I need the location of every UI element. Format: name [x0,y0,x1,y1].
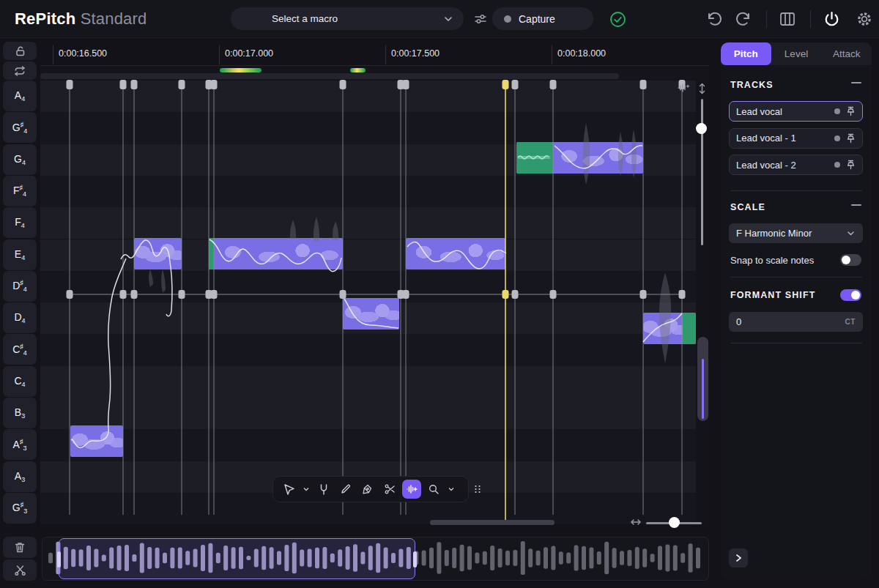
tab-attack[interactable]: Attack [821,42,872,65]
lock-button[interactable] [3,42,37,60]
tab-pitch[interactable]: Pitch [721,42,771,65]
note-label-gs3[interactable]: G♯3 [3,493,37,524]
capture-button[interactable]: Capture [492,7,593,30]
redo-button[interactable] [733,9,754,29]
note-label-e4[interactable]: E4 [3,239,37,270]
wave-detail-button[interactable] [677,82,691,94]
pin-icon[interactable] [846,106,856,116]
viewport-right-handle[interactable] [413,551,417,567]
pin-icon[interactable] [846,133,856,144]
formant-shift-toggle[interactable] [840,289,861,301]
brand-name: RePitch [15,10,75,28]
track-name: Lead vocal - 1 [736,133,828,144]
loop-button[interactable] [3,62,37,80]
scale-select-value: F Harmonic Minor [736,228,812,239]
delete-button[interactable] [3,537,37,558]
tracks-collapse-button[interactable] [851,78,861,88]
undo-button[interactable] [704,9,724,29]
note-label-a4[interactable]: A4 [3,81,37,111]
panel-divider [730,343,862,343]
note-boundary-lines[interactable] [70,86,682,515]
horizontal-zoom-button[interactable] [630,517,642,527]
select-tool[interactable] [279,480,298,499]
side-panel: Pitch Level Attack TRACKS Lead vocal Lea… [721,42,872,579]
note-label-cs4[interactable]: C♯4 [3,334,37,365]
track-item-lead-vocal-1[interactable]: Lead vocal - 1 [729,128,863,149]
vertical-zoom-slider[interactable] [701,99,703,245]
scale-select[interactable]: F Harmonic Minor [729,223,863,243]
draw-tool[interactable] [336,480,355,499]
scissors-cut-icon [14,564,26,576]
vertical-zoom-slider-thumb[interactable] [696,123,707,134]
note-label-b3[interactable]: B3 [3,398,37,428]
pin-icon[interactable] [846,160,856,170]
pitch-curve-e4-2 [209,239,341,272]
note-label-a3[interactable]: A3 [3,461,37,492]
tuning-fork-icon [318,483,330,496]
check-circle-icon [609,11,626,28]
pitch-curve-long [71,258,126,448]
macro-settings-button[interactable] [470,9,491,29]
settings-button[interactable] [854,9,875,29]
note-label-ds4[interactable]: D♯4 [3,271,37,302]
vertical-zoom-button[interactable] [697,83,708,94]
waveform-overview[interactable] [42,537,709,581]
line-tool[interactable] [358,480,377,499]
playhead-handle-mid[interactable] [502,290,509,299]
vertical-scrollbar-indicator [702,359,704,419]
track-name: Lead vocal - 2 [736,160,828,171]
pitch-tool[interactable] [314,480,333,499]
boundary-handles-top[interactable] [67,80,686,89]
zoom-tool-dropdown[interactable] [446,480,456,499]
toggle-knob [851,291,860,299]
snap-to-scale-toggle[interactable] [840,254,861,266]
track-item-lead-vocal-2[interactable]: Lead vocal - 2 [729,155,863,175]
note-label-c4[interactable]: C4 [3,366,37,397]
grid-overlay [40,42,709,535]
note-label-f4[interactable]: F4 [3,207,37,238]
pitch-curves [71,146,682,448]
vertical-scrollbar-thumb[interactable] [697,337,708,421]
power-button[interactable] [821,9,842,29]
pencil-icon [340,483,352,495]
pen-nib-icon [362,483,374,495]
pitch-curve-d4-1 [344,299,398,328]
panel-expand-button[interactable] [729,548,748,567]
split-tool[interactable] [380,480,399,499]
panel-divider [730,190,862,191]
formant-shift-input[interactable]: 0 CT [729,312,863,332]
chevron-right-icon [734,554,743,562]
formant-shift-value: 0 [736,316,741,327]
layout-columns-button[interactable] [777,9,798,29]
cursor-icon [283,483,295,496]
zoom-tool[interactable] [424,480,443,499]
scale-collapse-button[interactable] [851,200,861,210]
note-label-d4[interactable]: D4 [3,302,37,333]
toolbar-drag-handle[interactable] [468,480,487,499]
note-label-g4[interactable]: G4 [3,144,37,175]
cut-button[interactable] [3,559,37,581]
track-item-lead-vocal[interactable]: Lead vocal [729,101,863,122]
wave-edit-tool[interactable] [402,480,421,499]
loop-icon [13,65,26,77]
macro-select[interactable]: Select a macro [231,7,464,30]
chevron-down-icon [303,485,310,493]
capture-label: Capture [519,13,555,25]
note-label-as3[interactable]: A♯3 [3,429,37,460]
playhead-handle-top[interactable] [502,80,509,89]
viewport-left-handle[interactable] [57,551,61,567]
power-icon [823,10,841,29]
tab-level[interactable]: Level [771,42,822,65]
overview-viewport-window[interactable] [59,538,415,579]
select-tool-dropdown[interactable] [301,480,311,499]
panel-divider [730,277,862,278]
note-label-fs4[interactable]: F♯4 [3,176,37,206]
formant-section-title: FORMANT SHIFT [730,290,815,300]
toggle-knob [842,256,850,264]
redo-icon [735,10,752,28]
scissors-icon [384,483,396,495]
note-label-gs4[interactable]: G♯4 [3,112,37,143]
horizontal-zoom-slider-thumb[interactable] [669,517,680,528]
macro-select-value: Select a macro [272,13,338,24]
horizontal-scrollbar-thumb[interactable] [430,520,555,525]
